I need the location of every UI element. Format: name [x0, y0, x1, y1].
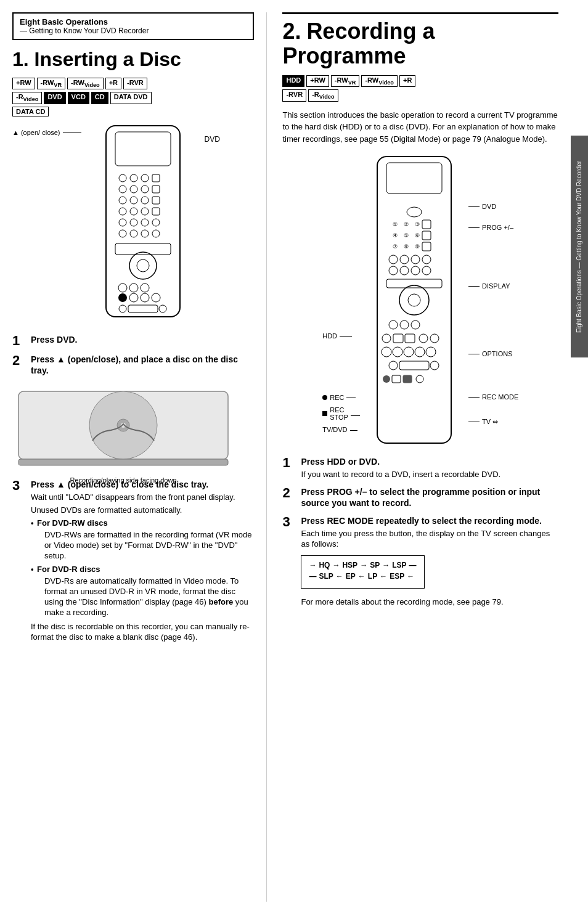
- step-3-right: 3 Press REC MODE repeatedly to select th…: [282, 515, 558, 608]
- svg-rect-1: [115, 132, 171, 166]
- svg-rect-67: [386, 279, 442, 288]
- badge-rwvideo: -RWVideo: [67, 78, 104, 89]
- svg-rect-87: [392, 375, 401, 383]
- disc-tray-illustration: Recording/playing side facing down: [12, 382, 234, 478]
- svg-point-38: [159, 305, 166, 312]
- label-rec-text: REC: [330, 394, 344, 401]
- svg-point-60: [400, 255, 409, 264]
- svg-point-34: [141, 293, 149, 302]
- step-1-right-body: If you want to record to a DVD, insert a…: [301, 470, 500, 480]
- svg-rect-26: [115, 243, 171, 255]
- step-2-right-text: Press PROG +/– to select the programme p…: [301, 487, 540, 508]
- svg-point-59: [389, 255, 398, 264]
- svg-point-29: [118, 284, 127, 292]
- header-box: Eight Basic Operations — Getting to Know…: [12, 12, 254, 40]
- svg-point-46: [407, 207, 422, 217]
- badge-rwvr: -RWVR: [37, 78, 66, 89]
- remote-area-left: ▲ (open/ close): [12, 123, 254, 328]
- mode-lp: LP: [368, 572, 377, 582]
- step-content-3: Press ▲ (open/close) to close the disc t…: [31, 479, 254, 643]
- svg-point-10: [119, 197, 126, 204]
- remote-svg-right: ① ② ③ ④ ⑤ ⑥ ⑦ ⑧ ⑨: [365, 153, 463, 451]
- label-options: OPTIONS: [468, 350, 518, 357]
- badge-rw-plus-r: +RW: [306, 75, 329, 87]
- section-number-left: 1.: [12, 48, 29, 70]
- mode-arrow3: →: [360, 561, 367, 571]
- svg-rect-43: [18, 459, 228, 465]
- step-3-right-footer: For more details about the recording mod…: [301, 597, 558, 608]
- badge-data-dvd: DATA DVD: [110, 92, 152, 104]
- svg-text:③: ③: [415, 221, 420, 227]
- svg-point-66: [422, 266, 431, 275]
- svg-point-16: [141, 208, 149, 215]
- svg-point-12: [141, 197, 149, 204]
- svg-point-79: [393, 347, 402, 357]
- step-number-1-right: 1: [282, 456, 296, 470]
- label-dvd-text: DVD: [482, 203, 496, 210]
- svg-rect-9: [152, 186, 160, 193]
- svg-point-15: [130, 208, 137, 215]
- label-tv-dvd: TV/DVD: [322, 426, 360, 433]
- svg-rect-54: [422, 231, 431, 240]
- step-number-2: 2: [12, 354, 26, 367]
- svg-rect-58: [422, 242, 431, 251]
- badge-data-cd: DATA CD: [12, 107, 49, 116]
- label-display-text: DISPLAY: [482, 282, 510, 290]
- label-rec-mode: REC MODE: [468, 393, 518, 401]
- svg-point-61: [411, 255, 420, 264]
- svg-point-82: [426, 347, 436, 357]
- svg-point-8: [141, 186, 149, 193]
- svg-point-83: [389, 361, 398, 370]
- svg-point-20: [141, 219, 149, 226]
- svg-rect-74: [393, 334, 403, 343]
- label-hdd: HDD: [322, 332, 360, 340]
- svg-point-4: [141, 174, 149, 182]
- svg-rect-44: [377, 157, 451, 443]
- svg-rect-45: [386, 163, 442, 194]
- badges-row2-left: -RVideo DVD VCD CD DATA DVD: [12, 92, 254, 104]
- step-content-2-right: Press PROG +/– to select the programme p…: [301, 486, 558, 508]
- svg-rect-0: [106, 126, 180, 317]
- svg-point-68: [399, 285, 429, 315]
- badge-rwvideo-r: -RWVideo: [361, 75, 398, 87]
- svg-point-89: [416, 375, 423, 383]
- step-content-1: Press DVD.: [31, 334, 77, 345]
- step-3-right-body: Each time you press the button, the disp…: [301, 529, 558, 550]
- svg-point-80: [404, 347, 414, 357]
- step-2-right: 2 Press PROG +/– to select the programme…: [282, 486, 558, 508]
- svg-point-23: [130, 230, 137, 237]
- badge-r-plus-r: +R: [399, 75, 415, 87]
- svg-point-78: [382, 347, 391, 357]
- bullet-dvdrw-text: DVD-RWs are formatted in the recording f…: [37, 530, 254, 561]
- bullet-dvdrw: For DVD-RW discs DVD-RWs are formatted i…: [31, 518, 254, 561]
- svg-point-33: [129, 293, 138, 302]
- mode-slp: SLP: [319, 572, 333, 582]
- svg-point-22: [119, 230, 126, 237]
- svg-rect-37: [128, 305, 158, 312]
- svg-point-69: [408, 294, 420, 306]
- svg-rect-5: [152, 174, 160, 182]
- rec-dot-icon: [322, 395, 327, 400]
- mode-sp: SP: [370, 561, 380, 571]
- mode-row2: — SLP ← EP ← LP ← ESP ←: [309, 572, 416, 582]
- section-number-right: 2.: [282, 18, 301, 44]
- svg-rect-84: [399, 361, 429, 370]
- step-3-body2: Unused DVDs are formatted automatically.: [31, 505, 254, 516]
- svg-text:④: ④: [393, 232, 398, 239]
- step-1-right: 1 Press HDD or DVD. If you want to recor…: [282, 456, 558, 480]
- header-title: Eight Basic Operations: [20, 17, 247, 27]
- section-title-left: 1. Inserting a Disc: [12, 49, 254, 70]
- svg-text:①: ①: [393, 221, 398, 227]
- label-prog: PROG +/–: [468, 224, 518, 231]
- svg-point-77: [430, 334, 439, 343]
- step-content-1-right: Press HDD or DVD. If you want to record …: [301, 456, 500, 480]
- svg-point-3: [130, 174, 137, 182]
- label-rec: REC: [322, 394, 360, 401]
- badge-cd: CD: [91, 92, 108, 104]
- badges-row1-left: +RW -RWVR -RWVideo +R -RVR: [12, 78, 254, 89]
- rec-stop-icon: [322, 411, 327, 416]
- badge-r-plus: +R: [105, 78, 121, 89]
- badge-hdd: HDD: [282, 75, 304, 87]
- step-3-right-text: Press REC MODE repeatedly to select the …: [301, 516, 542, 526]
- bullet-dvdr-text: DVD-Rs are automatically formatted in Vi…: [37, 576, 254, 618]
